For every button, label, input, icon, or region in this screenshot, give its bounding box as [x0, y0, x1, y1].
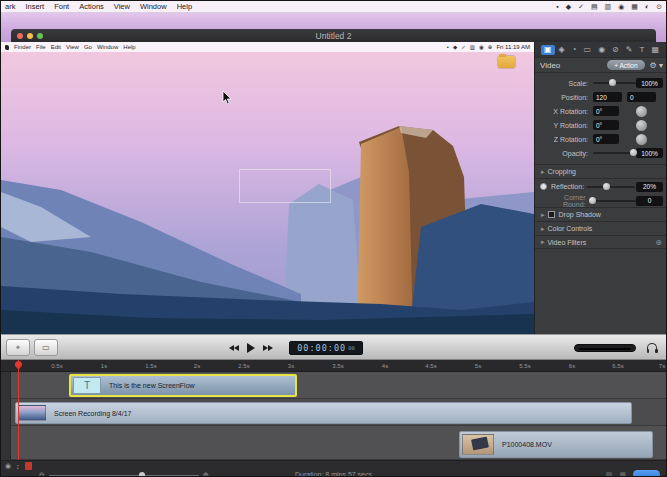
tab-audio-properties[interactable]: ◈ — [556, 45, 568, 55]
properties-panel: ▣ ◈ ◔ ▭ ◉ ⊘ ✎ T ▦ Video + Action ⚙ ▾ Sca… — [534, 42, 667, 334]
position-x-field[interactable]: 120 — [593, 92, 622, 102]
headphones-icon[interactable] — [647, 343, 657, 351]
opacity-slider[interactable] — [593, 152, 635, 154]
menu-mark[interactable]: ark — [5, 2, 15, 11]
pointer-tool-button[interactable]: ⌖ — [6, 339, 30, 356]
scale-value[interactable]: 100% — [636, 78, 663, 88]
color-controls-section[interactable]: ▸ Color Controls — [535, 221, 667, 235]
x-rotation-knob[interactable] — [636, 106, 647, 117]
status-icon-3[interactable]: ✓ — [578, 3, 584, 11]
crop-tool-button[interactable]: ▭ — [34, 339, 58, 356]
rec-menu-finder: Finder — [14, 44, 31, 50]
scale-slider[interactable] — [593, 82, 636, 84]
rec-status-icon-5: ◉ — [479, 44, 484, 50]
statusbar-right-icons: ▤ ▦ — [606, 470, 660, 477]
corner-round-value[interactable]: 0 — [636, 196, 663, 206]
fast-forward-button[interactable] — [263, 335, 273, 361]
inspector-tabs: ▣ ◈ ◔ ▭ ◉ ⊘ ✎ T ▦ — [535, 42, 667, 58]
tab-media-library[interactable]: ▦ — [648, 45, 662, 55]
tab-touch-callout-properties[interactable]: ◉ — [595, 45, 608, 55]
menu-insert[interactable]: Insert — [25, 2, 44, 11]
status-icon-4[interactable]: ▤ — [591, 3, 598, 11]
status-icon-6[interactable]: ◉ — [618, 3, 624, 11]
ruler-tick: 1.5s — [145, 363, 156, 369]
cropping-section[interactable]: ▸ Cropping — [535, 164, 667, 178]
export-progress-button[interactable] — [633, 470, 660, 477]
status-icon-7[interactable]: ▦ — [631, 3, 638, 11]
status-icon-1[interactable]: ▪ — [556, 3, 558, 10]
add-filter-icon[interactable]: ⊕ — [655, 238, 662, 247]
video-filters-section[interactable]: ▸ Video Filters ⊕ — [535, 235, 667, 249]
tab-annotations-properties[interactable]: ✎ — [623, 45, 636, 55]
z-rotation-knob[interactable] — [636, 134, 647, 145]
play-button[interactable] — [247, 335, 255, 361]
eye-icon[interactable]: ◉ — [5, 462, 11, 470]
tab-screen-recording-properties[interactable]: ◔ — [569, 45, 580, 55]
tab-callout-properties[interactable]: ▭ — [581, 45, 595, 55]
opacity-label: Opacity: — [540, 150, 588, 157]
timecode-display: 00:00:00 00 — [289, 341, 363, 355]
rec-menu-file: File — [36, 44, 46, 50]
add-action-button[interactable]: + Action — [607, 60, 644, 70]
track-gutter — [1, 372, 11, 460]
text-clip[interactable]: T This is the new ScreenFlow — [69, 374, 297, 397]
disclosure-icon: ▸ — [541, 238, 545, 246]
z-rotation-field[interactable]: 0° — [593, 134, 619, 144]
corner-round-slider[interactable] — [591, 200, 637, 202]
window-title: Untitled 2 — [11, 31, 656, 41]
tab-video-properties[interactable]: ▣ — [541, 45, 555, 55]
menubar-status-icons: ▪ ◆ ✓ ▤ ▥ ◉ ▦ ◐ ⊙ — [556, 3, 662, 11]
opacity-value[interactable]: 100% — [636, 148, 663, 158]
scale-slider-knob[interactable] — [609, 79, 616, 86]
media-icon-1[interactable]: ▤ — [606, 471, 613, 477]
status-icon-2[interactable]: ◆ — [566, 3, 571, 11]
reflection-checkbox[interactable] — [540, 183, 547, 190]
status-icon-8[interactable]: ◐ — [645, 3, 649, 10]
y-rotation-field[interactable]: 0° — [593, 120, 619, 130]
ruler-tick: 6s — [569, 363, 575, 369]
statusbar-left-icons: ◉ ↕ — [5, 462, 32, 470]
rec-status-icon-6: ⊕ — [488, 44, 493, 50]
drop-shadow-section[interactable]: ▸ Drop Shadow — [535, 207, 667, 221]
rec-status-icon-4: ▥ — [470, 44, 475, 50]
gear-icon[interactable]: ⚙ ▾ — [650, 61, 663, 70]
scale-row: Scale: 100% — [535, 76, 667, 90]
ruler-tick: 4.5s — [425, 363, 436, 369]
audio-level-meter — [574, 344, 636, 352]
timeline-ruler[interactable]: 0.5s 1s 1.5s 2s 2.5s 3s 3.5s 4s 4.5s 5s … — [1, 360, 666, 372]
menu-font[interactable]: Font — [54, 2, 69, 11]
status-icon-5[interactable]: ▥ — [605, 3, 612, 11]
menu-view[interactable]: View — [114, 2, 130, 11]
playhead[interactable] — [18, 360, 19, 460]
tab-text-properties[interactable]: T — [637, 45, 648, 55]
position-y-field[interactable]: 0 — [627, 92, 656, 102]
movie-clip-thumbnail — [462, 434, 494, 455]
reorder-arrows-icon[interactable]: ↕ — [16, 463, 20, 470]
ruler-tick: 6.5s — [612, 363, 623, 369]
ruler-tick: 5.5s — [519, 363, 530, 369]
rewind-button[interactable] — [229, 335, 239, 361]
marker-icon[interactable] — [25, 462, 32, 470]
corner-round-slider-knob[interactable] — [589, 197, 596, 204]
text-clip-label: This is the new ScreenFlow — [109, 382, 195, 389]
x-rotation-field[interactable]: 0° — [593, 106, 619, 116]
ruler-tick: 2.5s — [238, 363, 249, 369]
reflection-slider-knob[interactable] — [603, 183, 610, 190]
movie-clip[interactable]: P1000408.MOV — [459, 431, 653, 458]
menu-window[interactable]: Window — [140, 2, 167, 11]
tab-gesture-properties[interactable]: ⊘ — [609, 45, 622, 55]
ruler-tick: 5s — [475, 363, 481, 369]
y-rotation-knob[interactable] — [636, 120, 647, 131]
disclosure-icon: ▸ — [541, 168, 545, 176]
media-icon-2[interactable]: ▦ — [619, 471, 626, 477]
screen-recording-clip[interactable]: Screen Recording 8/4/17 — [15, 402, 632, 424]
menu-help[interactable]: Help — [177, 2, 192, 11]
editing-canvas[interactable]: Finder File Edit View Go Window Help ▪ ◆… — [1, 42, 534, 334]
status-icon-9[interactable]: ⊙ — [656, 3, 662, 11]
corner-round-row: Corner Round: 0 — [535, 194, 667, 207]
drop-shadow-checkbox[interactable] — [548, 211, 555, 218]
menu-actions[interactable]: Actions — [79, 2, 104, 11]
reflection-value[interactable]: 20% — [636, 182, 663, 192]
reflection-slider[interactable] — [587, 186, 635, 188]
rec-status-icon-3: ✓ — [461, 44, 466, 50]
